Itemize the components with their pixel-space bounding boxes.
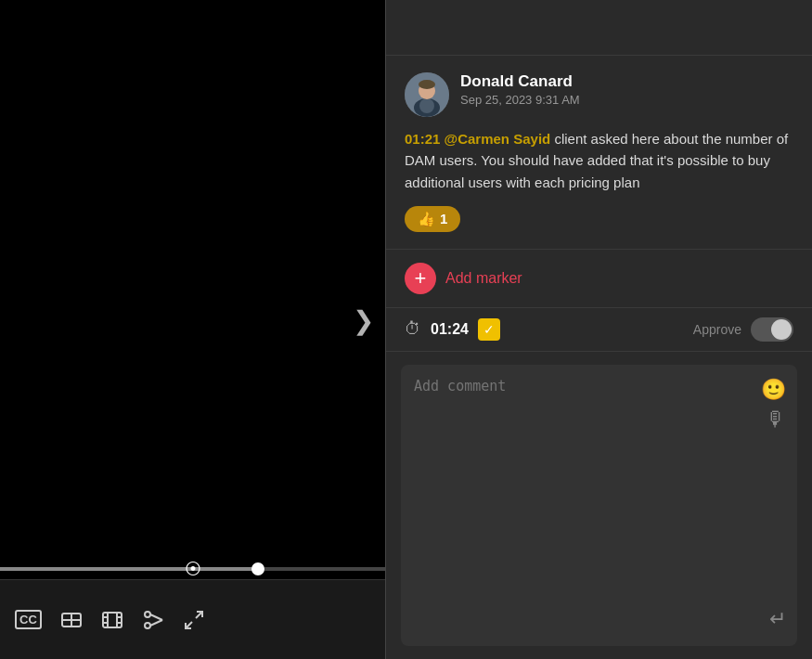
- comment-date: Sep 25, 2023 9:31 AM: [460, 93, 580, 107]
- marker-time: 01:24: [431, 321, 469, 338]
- approve-toggle[interactable]: [751, 317, 793, 342]
- svg-line-14: [196, 612, 202, 618]
- comment-timestamp[interactable]: 01:21: [405, 131, 440, 147]
- svg-point-10: [145, 612, 150, 617]
- film-icon[interactable]: [101, 609, 123, 631]
- scissor-icon[interactable]: [142, 609, 164, 631]
- svg-line-12: [150, 614, 162, 620]
- top-spacer: [386, 0, 812, 56]
- toggle-knob: [771, 319, 792, 340]
- comment-meta: Donald Canard Sep 25, 2023 9:31 AM: [460, 72, 580, 107]
- next-arrow[interactable]: ❯: [353, 305, 374, 336]
- checkmark-icon[interactable]: ✓: [478, 318, 500, 341]
- reaction-emoji: 👍: [418, 211, 435, 227]
- comment-input[interactable]: [401, 365, 797, 646]
- video-controls: CC: [0, 579, 385, 659]
- svg-line-15: [186, 622, 192, 628]
- timer-icon: ⏱: [405, 319, 421, 339]
- fullscreen-icon[interactable]: [183, 609, 205, 631]
- emoji-icon[interactable]: 🙂: [761, 378, 786, 402]
- add-marker-button[interactable]: +: [405, 263, 436, 294]
- video-panel: ❯ ⦿ CC: [0, 0, 385, 659]
- mic-icon[interactable]: 🎙: [766, 407, 786, 432]
- timeline-progress: [0, 567, 258, 571]
- marker-row: ⏱ 01:24 ✓ Approve: [386, 308, 812, 352]
- reaction-count: 1: [440, 211, 447, 226]
- comment-header: Donald Canard Sep 25, 2023 9:31 AM: [405, 72, 793, 117]
- add-marker-label[interactable]: Add marker: [445, 270, 522, 287]
- add-marker-row: + Add marker: [386, 250, 812, 308]
- comment-input-area: 🙂 🎙 ↵: [386, 352, 812, 659]
- svg-point-18: [419, 98, 434, 113]
- comments-panel: Donald Canard Sep 25, 2023 9:31 AM 01:21…: [385, 0, 812, 659]
- comment-body: 01:21 @Carmen Sayid client asked here ab…: [405, 128, 793, 193]
- send-icon[interactable]: ↵: [769, 607, 786, 631]
- cc-button[interactable]: CC: [15, 610, 42, 629]
- caption-icon[interactable]: [60, 609, 83, 631]
- comment-card: Donald Canard Sep 25, 2023 9:31 AM 01:21…: [386, 56, 812, 250]
- svg-rect-3: [103, 613, 122, 627]
- reaction-button[interactable]: 👍 1: [405, 206, 460, 232]
- comment-author: Donald Canard: [460, 72, 580, 91]
- svg-point-20: [419, 80, 435, 89]
- svg-point-11: [145, 623, 150, 628]
- timeline-marker: ⦿: [185, 560, 201, 579]
- timeline-thumb: [251, 562, 264, 575]
- approve-label: Approve: [693, 322, 741, 337]
- avatar: [405, 72, 449, 117]
- comment-mention[interactable]: @Carmen Sayid: [445, 131, 551, 147]
- svg-line-13: [150, 620, 162, 626]
